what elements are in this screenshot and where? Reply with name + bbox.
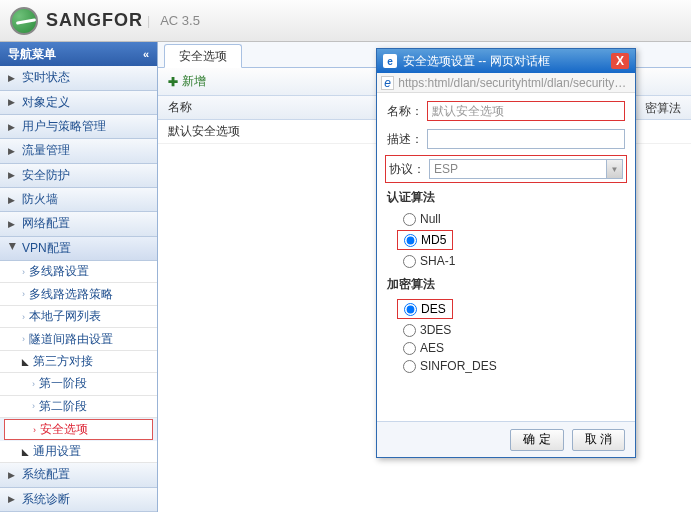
- version-text: AC 3.5: [160, 13, 200, 28]
- sub-tunnelroute[interactable]: ›隧道间路由设置: [0, 328, 157, 350]
- radio-aes[interactable]: AES: [403, 341, 625, 355]
- desc-label: 描述：: [387, 131, 427, 148]
- dialog-title: 安全选项设置 -- 网页对话框: [403, 53, 550, 70]
- sidebar: 导航菜单 « ▶实时状态 ▶对象定义 ▶用户与策略管理 ▶流量管理 ▶安全防护 …: [0, 42, 158, 512]
- logo-icon: [10, 7, 38, 35]
- desc-field[interactable]: [427, 129, 625, 149]
- nav-security[interactable]: ▶安全防护: [0, 164, 157, 188]
- close-icon[interactable]: X: [611, 53, 629, 69]
- sidebar-header: 导航菜单 «: [0, 42, 157, 66]
- nav-vpn[interactable]: ▶VPN配置: [0, 237, 157, 261]
- radio-sha1[interactable]: SHA-1: [403, 254, 625, 268]
- sub-general[interactable]: ◢通用设置: [0, 441, 157, 463]
- nav-network[interactable]: ▶网络配置: [0, 212, 157, 236]
- security-dialog: e 安全选项设置 -- 网页对话框 X e https:html/dlan/se…: [376, 48, 636, 458]
- sub-phase1[interactable]: ›第一阶段: [0, 373, 157, 395]
- nav-firewall[interactable]: ▶防火墙: [0, 188, 157, 212]
- chevron-down-icon[interactable]: ▼: [606, 160, 622, 178]
- tab-security-option[interactable]: 安全选项: [164, 44, 242, 68]
- auth-group-label: 认证算法: [387, 189, 625, 206]
- sub-thirdparty[interactable]: ◢第三方对接: [0, 351, 157, 373]
- cancel-button[interactable]: 取 消: [572, 429, 625, 451]
- nav-user-policy[interactable]: ▶用户与策略管理: [0, 115, 157, 139]
- page-icon: e: [381, 76, 394, 90]
- collapse-icon[interactable]: «: [143, 48, 149, 60]
- proto-select[interactable]: ESP ▼: [429, 159, 623, 179]
- name-label: 名称：: [387, 103, 427, 120]
- sub-phase2[interactable]: ›第二阶段: [0, 396, 157, 418]
- radio-des[interactable]: DES: [397, 299, 453, 319]
- add-button[interactable]: ✚新增: [168, 73, 206, 90]
- sub-multiroute[interactable]: ›多线路选路策略: [0, 283, 157, 305]
- nav-object[interactable]: ▶对象定义: [0, 91, 157, 115]
- sidebar-title: 导航菜单: [8, 46, 56, 63]
- nav-traffic[interactable]: ▶流量管理: [0, 139, 157, 163]
- sub-localsubnet[interactable]: ›本地子网列表: [0, 306, 157, 328]
- plus-icon: ✚: [168, 75, 178, 89]
- dialog-icon: e: [383, 54, 397, 68]
- radio-null[interactable]: Null: [403, 212, 625, 226]
- radio-3des[interactable]: 3DES: [403, 323, 625, 337]
- ok-button[interactable]: 确 定: [510, 429, 563, 451]
- name-field[interactable]: [427, 101, 625, 121]
- app-header: SANGFOR | AC 3.5: [0, 0, 691, 42]
- sub-multiline[interactable]: ›多线路设置: [0, 261, 157, 283]
- nav-realtime[interactable]: ▶实时状态: [0, 66, 157, 90]
- behind-text: 密算法: [645, 100, 681, 117]
- radio-md5[interactable]: MD5: [397, 230, 453, 250]
- dialog-footer: 确 定 取 消: [377, 421, 635, 457]
- sub-security-option[interactable]: ›安全选项: [4, 419, 153, 440]
- radio-sinfordes[interactable]: SINFOR_DES: [403, 359, 625, 373]
- nav-sysdiag[interactable]: ▶系统诊断: [0, 488, 157, 512]
- brand-text: SANGFOR: [46, 10, 143, 31]
- nav-sysconfig[interactable]: ▶系统配置: [0, 463, 157, 487]
- enc-group-label: 加密算法: [387, 276, 625, 293]
- proto-label: 协议：: [389, 161, 429, 178]
- dialog-titlebar[interactable]: e 安全选项设置 -- 网页对话框 X: [377, 49, 635, 73]
- dialog-url-bar: e https:html/dlan/securityhtml/dlan/secu…: [377, 73, 635, 93]
